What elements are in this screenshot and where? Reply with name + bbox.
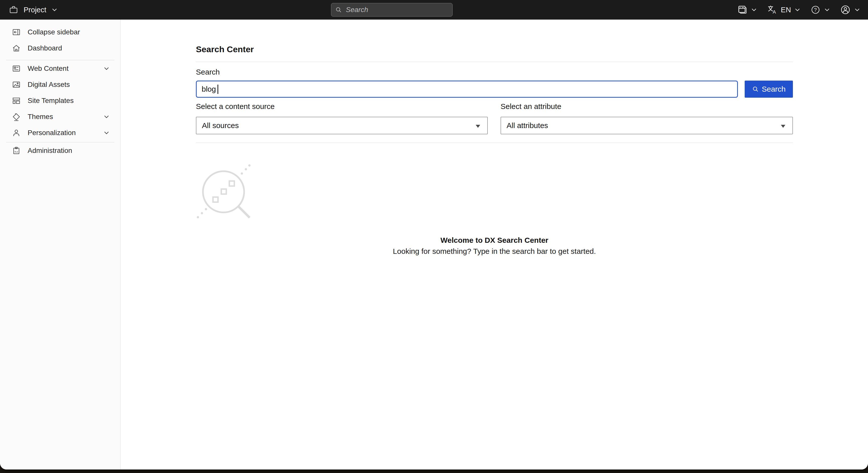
sidebar-item-label: Dashboard (28, 44, 110, 52)
search-icon (752, 86, 759, 93)
content-source-label: Select a content source (196, 102, 275, 111)
chevron-down-icon (103, 114, 110, 120)
app-window: Project (0, 0, 868, 470)
sidebar-item-dashboard[interactable]: Dashboard (0, 40, 120, 56)
empty-state-title: Welcome to DX Search Center (196, 236, 793, 245)
chevron-down-icon (51, 6, 58, 13)
divider (196, 62, 793, 62)
global-search-input[interactable] (331, 3, 453, 17)
search-input[interactable] (196, 81, 738, 98)
help-icon: ? (810, 4, 821, 15)
chevron-down-icon (824, 6, 830, 13)
select-row: All sources All attributes (196, 117, 793, 134)
search-button-label: Search (762, 85, 786, 93)
web-content-icon (11, 64, 21, 73)
user-menu[interactable] (840, 4, 861, 15)
layout-icon (11, 96, 21, 105)
user-avatar-icon (840, 4, 851, 15)
sidebar-item-web-content[interactable]: Web Content (0, 61, 120, 76)
sidebar: Collapse sidebar Dashboard (0, 20, 121, 470)
paint-bucket-icon (11, 112, 21, 122)
search-button[interactable]: Search (745, 81, 793, 98)
svg-text:?: ? (814, 7, 817, 12)
global-search (331, 3, 453, 17)
translate-icon: A (767, 4, 778, 15)
project-label: Project (24, 6, 46, 14)
window-stack-icon (737, 4, 748, 15)
chevron-down-icon (794, 6, 801, 13)
home-icon (11, 43, 21, 53)
briefcase-icon (8, 5, 19, 15)
chevron-down-icon (103, 65, 110, 72)
person-icon (11, 128, 21, 137)
sidebar-item-label: Collapse sidebar (28, 28, 110, 36)
sidebar-item-collapse-sidebar[interactable]: Collapse sidebar (0, 24, 120, 40)
page-title: Search Center (196, 44, 793, 55)
help-menu[interactable]: ? (810, 4, 830, 15)
select-labels-row: Select a content source Select an attrib… (196, 102, 793, 111)
clipboard-chart-icon (11, 146, 21, 155)
magnifier-illustration (196, 162, 793, 219)
sidebar-item-label: Digital Assets (28, 81, 110, 89)
attribute-dropdown[interactable]: All attributes (501, 117, 793, 134)
app-root: Project (0, 0, 868, 473)
search-field-label: Search (196, 67, 793, 77)
sidebar-item-site-templates[interactable]: Site Templates (0, 93, 120, 109)
collapse-sidebar-icon (11, 27, 21, 37)
chevron-down-icon (103, 130, 110, 136)
sidebar-divider (6, 142, 114, 143)
sidebar-item-label: Web Content (28, 65, 97, 72)
topbar: Project (0, 0, 868, 20)
sidebar-item-themes[interactable]: Themes (0, 109, 120, 125)
content-source-value: All sources (202, 121, 239, 130)
sidebar-item-administration[interactable]: Administration (0, 143, 120, 159)
attribute-label: Select an attribute (501, 102, 561, 111)
language-code: EN (781, 6, 791, 14)
empty-state-subtitle: Looking for something? Type in the searc… (196, 247, 793, 256)
dropdown-arrow-icon (476, 125, 480, 128)
sidebar-item-label: Site Templates (28, 97, 110, 105)
main-panel: Search Center Search Search (121, 20, 868, 470)
language-menu[interactable]: A EN (767, 4, 801, 15)
search-row: Search (196, 81, 793, 98)
attribute-value: All attributes (506, 121, 548, 130)
text-caret (217, 85, 218, 94)
svg-text:A: A (773, 9, 776, 14)
sidebar-item-label: Personalization (28, 129, 97, 137)
chevron-down-icon (854, 6, 861, 13)
sidebar-item-label: Themes (28, 113, 97, 121)
project-menu[interactable]: Project (0, 5, 58, 15)
topbar-actions: A EN ? (737, 0, 868, 20)
sidebar-item-personalization[interactable]: Personalization (0, 125, 120, 141)
chevron-down-icon (751, 6, 757, 13)
image-icon (11, 80, 21, 89)
sidebar-item-label: Administration (28, 147, 110, 155)
window-stack-menu[interactable] (737, 4, 757, 15)
sidebar-item-digital-assets[interactable]: Digital Assets (0, 76, 120, 93)
content-source-dropdown[interactable]: All sources (196, 117, 488, 134)
search-input-wrap (196, 81, 738, 98)
divider (196, 143, 793, 143)
sidebar-divider (6, 60, 114, 60)
dropdown-arrow-icon (781, 125, 785, 128)
